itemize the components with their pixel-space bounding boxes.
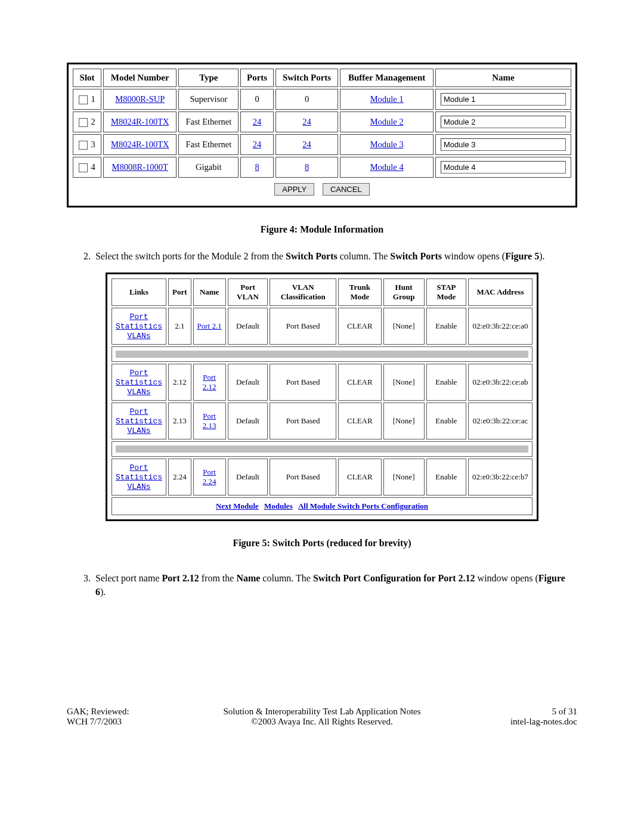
trunk-cell: CLEAR (338, 459, 381, 496)
port-name-link[interactable]: Port 2.24 (203, 467, 216, 486)
switch-ports-link[interactable]: 24 (302, 140, 311, 149)
buffer-link[interactable]: Module 4 (370, 162, 404, 172)
slot-checkbox[interactable] (79, 141, 88, 150)
port-cell: 2.12 (168, 364, 191, 401)
mac-cell: 02:e0:3b:22:ce:a0 (468, 308, 532, 345)
row-link[interactable]: VLANs (128, 482, 151, 491)
sw-col-pvlan: Port VLAN (228, 278, 268, 306)
col-ports: Ports (240, 69, 273, 87)
switch-ports-frame: Links Port Name Port VLAN VLAN Classific… (106, 272, 538, 521)
row-link[interactable]: Statistics (116, 417, 162, 426)
hunt-cell: [None] (383, 402, 425, 439)
figure-5-caption: Figure 5: Switch Ports (reduced for brev… (67, 538, 577, 549)
col-model: Model Number (103, 69, 177, 87)
sw-col-port: Port (168, 278, 191, 306)
sw-col-mac: MAC Address (468, 278, 532, 306)
model-link[interactable]: M8024R-100TX (111, 117, 169, 126)
row-link[interactable]: Statistics (116, 473, 162, 482)
step-2-number: 2. (67, 249, 95, 263)
switch-ports-header-row: Links Port Name Port VLAN VLAN Classific… (112, 278, 532, 306)
hunt-cell: [None] (383, 308, 425, 345)
slot-checkbox[interactable] (79, 118, 88, 127)
switch-ports-cell: 0 (275, 89, 339, 110)
col-buffer-mgmt: Buffer Management (340, 69, 434, 87)
row-link[interactable]: VLANs (128, 426, 151, 435)
links-cell: PortStatisticsVLANs (112, 459, 166, 496)
next-module-link[interactable]: Next Module (216, 501, 259, 510)
name-input[interactable] (441, 138, 566, 151)
module-table-frame: Slot Model Number Type Ports Switch Port… (67, 63, 577, 208)
hunt-cell: [None] (383, 364, 425, 401)
slot-number: 1 (91, 94, 95, 104)
step-2: 2. Select the switch ports for the Modul… (67, 249, 577, 263)
buffer-link[interactable]: Module 3 (370, 140, 404, 149)
row-link[interactable]: VLANs (128, 332, 151, 340)
switch-ports-link[interactable]: 8 (305, 162, 309, 172)
buffer-link[interactable]: Module 2 (370, 117, 404, 126)
type-cell: Fast Ethernet (178, 134, 239, 155)
model-link[interactable]: M8024R-100TX (111, 140, 169, 149)
ellipsis-separator (112, 441, 532, 457)
switch-port-row: PortStatisticsVLANs2.24Port 2.24DefaultP… (112, 459, 532, 496)
step-3: 3. Select port name Port 2.12 from the N… (67, 571, 577, 599)
name-input[interactable] (441, 116, 566, 128)
slot-number: 4 (91, 162, 95, 172)
module-row: 3M8024R-100TXFast Ethernet2424Module 3 (73, 134, 571, 155)
apply-button[interactable]: APPLY (274, 183, 314, 196)
ports-link[interactable]: 24 (253, 117, 262, 126)
model-link[interactable]: M8008R-1000T (112, 162, 168, 172)
switch-port-row: PortStatisticsVLANs2.12Port 2.12DefaultP… (112, 364, 532, 401)
stap-cell: Enable (426, 459, 466, 496)
stap-cell: Enable (426, 364, 466, 401)
name-input[interactable] (441, 93, 566, 106)
mac-cell: 02:e0:3b:22:ce:ab (468, 364, 532, 401)
pvlan-cell: Default (228, 459, 268, 496)
row-link[interactable]: Port (129, 463, 148, 472)
ports-link[interactable]: 8 (255, 162, 259, 172)
row-link[interactable]: Statistics (116, 378, 162, 387)
page-footer: GAK; Reviewed:WCH 7/7/2003 Solution & In… (0, 707, 644, 751)
ports-link[interactable]: 24 (253, 140, 262, 149)
row-link[interactable]: Statistics (116, 322, 162, 331)
sw-col-name: Name (193, 278, 226, 306)
port-name-link[interactable]: Port 2.12 (203, 373, 216, 391)
port-cell: 2.13 (168, 402, 191, 439)
sw-col-trunk: Trunk Mode (338, 278, 381, 306)
switch-footer-links: Next Module Modules All Module Switch Po… (112, 497, 532, 515)
hunt-cell: [None] (383, 459, 425, 496)
switch-ports-link[interactable]: 24 (302, 117, 311, 126)
slot-checkbox[interactable] (79, 163, 88, 172)
slot-checkbox[interactable] (79, 95, 88, 104)
cancel-button[interactable]: CANCEL (323, 183, 370, 196)
col-slot: Slot (73, 69, 101, 87)
footer-left: GAK; Reviewed:WCH 7/7/2003 (67, 707, 186, 727)
all-module-config-link[interactable]: All Module Switch Ports Configuration (298, 501, 428, 510)
ellipsis-separator (112, 346, 532, 362)
slot-number: 3 (91, 140, 95, 149)
col-name: Name (435, 69, 571, 87)
footer-center: Solution & Interoperability Test Lab App… (186, 707, 458, 727)
port-name-link[interactable]: Port 2.13 (203, 411, 216, 430)
step-3-body: Select port name Port 2.12 from the Name… (95, 571, 577, 599)
trunk-cell: CLEAR (338, 308, 381, 345)
vclass-cell: Port Based (270, 459, 336, 496)
sw-col-stap: STAP Mode (426, 278, 466, 306)
row-link[interactable]: Port (129, 407, 148, 416)
row-link[interactable]: Port (129, 368, 148, 377)
row-link[interactable]: VLANs (128, 388, 151, 397)
sw-col-links: Links (112, 278, 166, 306)
buffer-link[interactable]: Module 1 (370, 94, 404, 104)
name-input[interactable] (441, 161, 566, 174)
links-cell: PortStatisticsVLANs (112, 364, 166, 401)
trunk-cell: CLEAR (338, 364, 381, 401)
modules-link[interactable]: Modules (264, 501, 293, 510)
type-cell: Fast Ethernet (178, 112, 239, 132)
col-switch-ports: Switch Ports (275, 69, 339, 87)
row-link[interactable]: Port (129, 312, 148, 321)
port-name-link[interactable]: Port 2.1 (197, 321, 222, 330)
step-3-number: 3. (67, 571, 95, 599)
port-cell: 2.24 (168, 459, 191, 496)
slot-number: 2 (91, 117, 95, 126)
model-link[interactable]: M8000R-SUP (115, 94, 165, 104)
mac-cell: 02:e0:3b:22:ce:b7 (468, 459, 532, 496)
